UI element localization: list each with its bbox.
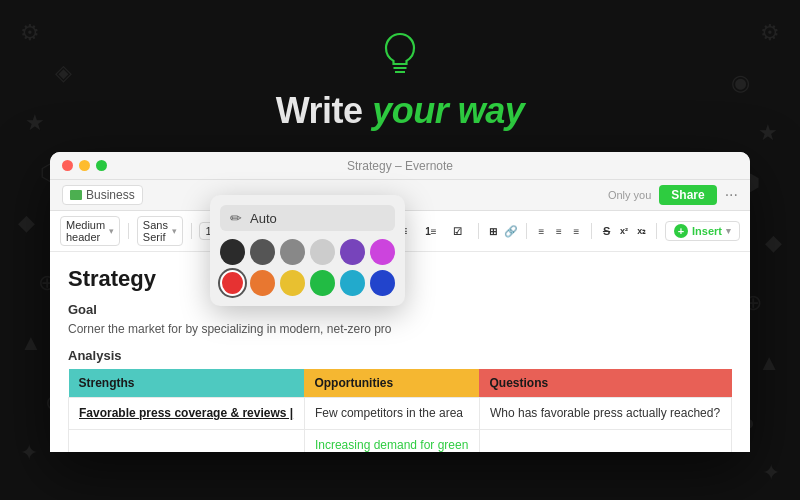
bg-icon-r9: ✦ (762, 460, 780, 486)
align-right-button[interactable]: ≡ (570, 220, 584, 242)
checklist-button[interactable]: ☑ (446, 220, 470, 242)
swatch-black[interactable] (220, 239, 245, 265)
notebook-selector[interactable]: Business (62, 185, 143, 205)
insert-button[interactable]: + Insert ▾ (665, 221, 740, 241)
cell-opportunity-1: Few competitors in the area (304, 397, 479, 429)
notebook-label: Business (86, 188, 135, 202)
minimize-button[interactable] (79, 160, 90, 171)
auto-label: Auto (250, 211, 277, 226)
swatch-teal[interactable] (340, 270, 365, 296)
color-picker-popup: ✏ Auto (210, 195, 405, 306)
toolbar-separator-6 (526, 223, 527, 239)
bulb-icon (382, 32, 418, 82)
cell-question-2 (479, 429, 731, 452)
cell-strength-1: Favorable press coverage & reviews | (69, 397, 305, 429)
visibility-label: Only you (608, 189, 651, 201)
subscript-button[interactable]: x₂ (635, 220, 649, 242)
swatches-row-2 (220, 270, 395, 296)
hero-title: Write your way (276, 90, 524, 132)
maximize-button[interactable] (96, 160, 107, 171)
swatch-lightgray[interactable] (310, 239, 335, 265)
swatch-darkgray[interactable] (250, 239, 275, 265)
link-button[interactable]: 🔗 (504, 220, 518, 242)
hero-title-accent: your way (372, 90, 524, 131)
auto-color-option[interactable]: ✏ Auto (220, 205, 395, 231)
chevron-down-icon: ▾ (109, 226, 114, 236)
bg-icon-5: ◆ (18, 210, 35, 236)
toolbar-separator-7 (591, 223, 592, 239)
chevron-down-icon-4: ▾ (726, 226, 731, 236)
traffic-lights (62, 160, 107, 171)
bg-icon-9: ✦ (20, 440, 38, 466)
swatch-yellow[interactable] (280, 270, 305, 296)
window-title: Strategy – Evernote (347, 159, 453, 173)
notebook-icon (70, 190, 82, 200)
toolbar-separator-1 (128, 223, 129, 239)
hero-section: Write your way (0, 0, 800, 152)
swatch-green[interactable] (310, 270, 335, 296)
goal-text: Corner the market for by specializing in… (68, 321, 732, 338)
bg-icon-r5: ◆ (765, 230, 782, 256)
opportunity-green-text: Increasing demand for green (315, 438, 468, 452)
share-button[interactable]: Share (659, 185, 716, 205)
chevron-down-icon-2: ▾ (172, 226, 177, 236)
toolbar-separator-2 (191, 223, 192, 239)
hero-title-plain: Write (276, 90, 372, 131)
bg-icon-r7: ▲ (758, 350, 780, 376)
header-questions: Questions (479, 369, 731, 398)
more-options-icon[interactable]: ··· (725, 186, 738, 204)
color-swatches (220, 239, 395, 296)
swatch-red[interactable] (220, 270, 245, 296)
swatch-purple[interactable] (340, 239, 365, 265)
text-style-selector[interactable]: Medium header ▾ (60, 216, 120, 246)
auto-icon: ✏ (230, 210, 242, 226)
cell-opportunity-2: Increasing demand for green (304, 429, 479, 452)
analysis-label: Analysis (68, 348, 732, 363)
swatch-gray[interactable] (280, 239, 305, 265)
superscript-button[interactable]: x² (617, 220, 631, 242)
bg-icon-7: ▲ (20, 330, 42, 356)
table-row-2: Increasing demand for green (69, 429, 732, 452)
plus-icon: + (674, 224, 688, 238)
swatch-blue[interactable] (370, 270, 395, 296)
cell-question-1: Who has favorable press actually reached… (479, 397, 731, 429)
toolbar-separator-8 (656, 223, 657, 239)
header-strengths: Strengths (69, 369, 305, 398)
swatches-row-1 (220, 239, 395, 265)
numbered-list-button[interactable]: 1≡ (419, 220, 443, 242)
toolbar-separator-5 (478, 223, 479, 239)
header-opportunities: Opportunities (304, 369, 479, 398)
table-row-1: Favorable press coverage & reviews | Few… (69, 397, 732, 429)
close-button[interactable] (62, 160, 73, 171)
table-button[interactable]: ⊞ (486, 220, 500, 242)
title-bar: Strategy – Evernote (50, 152, 750, 180)
cell-strength-2 (69, 429, 305, 452)
swatch-magenta[interactable] (370, 239, 395, 265)
align-left-button[interactable]: ≡ (535, 220, 549, 242)
swatch-orange[interactable] (250, 270, 275, 296)
strength-text-1: Favorable press coverage & reviews | (79, 406, 293, 420)
font-selector[interactable]: Sans Serif ▾ (137, 216, 183, 246)
strikethrough-button[interactable]: S (600, 220, 614, 242)
swot-table: Strengths Opportunities Questions Favora… (68, 369, 732, 452)
align-center-button[interactable]: ≡ (552, 220, 566, 242)
